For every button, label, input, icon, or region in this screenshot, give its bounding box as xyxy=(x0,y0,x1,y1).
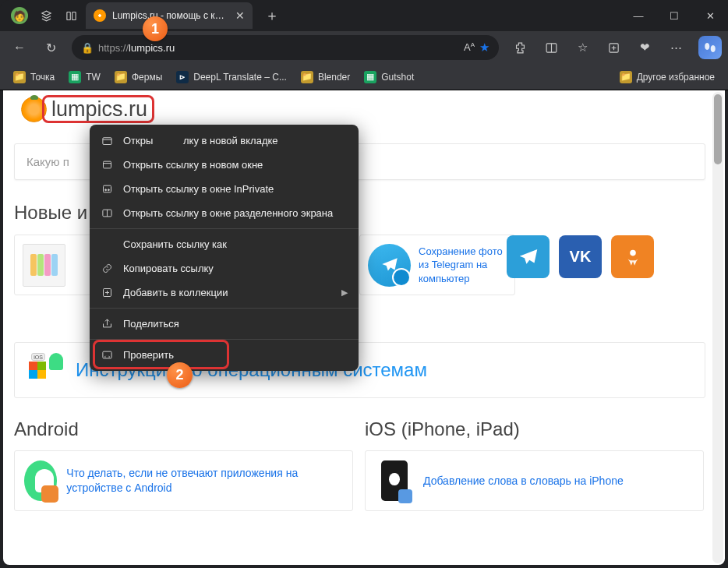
link-icon xyxy=(101,262,114,275)
ctx-open-split[interactable]: Открыть ссылку в окне разделенного экран… xyxy=(90,201,359,225)
address-bar[interactable]: 🔒 https://lumpics.ru AA ★ xyxy=(72,35,499,60)
bookmark-item[interactable]: 📁Фермы xyxy=(109,68,168,86)
extensions-icon[interactable] xyxy=(507,34,533,61)
article-link: Сохранение фото из Telegram на компьютер xyxy=(419,245,507,286)
back-button[interactable]: ← xyxy=(6,34,33,61)
search-placeholder: Какую п xyxy=(27,155,69,168)
window-icon xyxy=(101,158,114,171)
ctx-open-inprivate[interactable]: Открыть ссылку в окне InPrivate xyxy=(90,177,359,201)
annotation-badge-2: 2 xyxy=(167,362,193,388)
url-text: https://lumpics.ru xyxy=(98,42,459,54)
ctx-label: Копировать ссылку xyxy=(123,263,214,274)
bookmark-label: TW xyxy=(86,72,101,83)
ctx-label: Открыть ссылку в новом окне xyxy=(123,159,263,171)
ctx-label: Открыть ссылку в окне InPrivate xyxy=(123,183,274,195)
bookmark-label: Другое избранное xyxy=(637,72,715,83)
split-screen-icon[interactable] xyxy=(538,34,564,61)
annotation-highlight-2 xyxy=(93,340,229,369)
tab-actions-icon[interactable] xyxy=(64,9,78,23)
folder-icon: 📁 xyxy=(301,71,313,83)
tab-icon xyxy=(101,134,114,147)
blank-icon xyxy=(101,238,114,251)
ctx-label: Открыть ссылку в новой вкладке xyxy=(123,135,278,146)
performance-icon[interactable]: ❤ xyxy=(631,34,658,61)
folder-icon: 📁 xyxy=(13,71,26,83)
profile-avatar[interactable]: 🧑 xyxy=(11,7,28,24)
deepl-icon: ⊳ xyxy=(176,71,189,83)
social-telegram[interactable] xyxy=(507,235,550,278)
ctx-label: Сохранить ссылку как xyxy=(123,238,227,250)
favorites-icon[interactable]: ☆ xyxy=(569,34,595,61)
iphone-icon xyxy=(381,460,408,501)
sheet-icon: ▦ xyxy=(69,71,81,83)
bookmark-label: Gutshot xyxy=(381,72,414,83)
favorite-star-icon[interactable]: ★ xyxy=(479,41,489,55)
social-vk[interactable]: VK xyxy=(559,235,602,278)
ctx-open-new-tab[interactable]: Открыть ссылку в новой вкладке xyxy=(90,129,359,153)
svg-rect-10 xyxy=(104,161,111,168)
menu-button[interactable]: ⋯ xyxy=(663,34,689,61)
bookmark-item[interactable]: ⊳DeepL Translate – C... xyxy=(171,68,292,86)
bookmark-label: DeepL Translate – C... xyxy=(193,72,287,83)
bookmark-label: Точка xyxy=(30,72,55,83)
browser-tab[interactable]: Lumpics.ru - помощь с компьют ✕ xyxy=(86,2,253,29)
article-card[interactable]: Добавление слова в словарь на iPhone xyxy=(365,450,704,511)
svg-rect-1 xyxy=(72,12,75,19)
minimize-button[interactable]: ― xyxy=(620,0,656,31)
sheet-icon: ▦ xyxy=(364,71,376,83)
browser-toolbar: ← ↻ 🔒 https://lumpics.ru AA ★ ☆ ❤ ⋯ xyxy=(0,31,728,64)
copilot-button[interactable] xyxy=(698,36,722,59)
bookmark-label: Blender xyxy=(318,72,350,83)
article-card[interactable]: Сохранение фото из Telegram на компьютер xyxy=(359,235,515,295)
bookmark-item[interactable]: 📁Точка xyxy=(8,68,60,86)
telegram-icon xyxy=(368,244,411,287)
close-window-button[interactable]: ✕ xyxy=(692,0,728,31)
section-heading-new: Новые и xyxy=(14,202,87,224)
article-link: Добавление слова в словарь на iPhone xyxy=(423,474,624,489)
split-icon xyxy=(101,206,114,220)
maximize-button[interactable]: ☐ xyxy=(656,0,692,31)
annotation-highlight-1 xyxy=(42,95,154,123)
window-titlebar: 🧑 Lumpics.ru - помощь с компьют ✕ ＋ ― ☐ … xyxy=(0,0,728,31)
bookmark-item[interactable]: ▦TW xyxy=(63,68,106,86)
lock-icon: 🔒 xyxy=(81,42,94,54)
context-menu: Открыть ссылку в новой вкладке Открыть с… xyxy=(90,125,359,371)
bookmark-label: Фермы xyxy=(132,72,162,83)
reader-icon[interactable]: AA xyxy=(464,41,475,53)
ctx-share[interactable]: Поделиться xyxy=(90,312,359,336)
inprivate-icon xyxy=(101,182,114,196)
article-thumbnail xyxy=(23,244,65,287)
bookmarks-bar: 📁Точка ▦TW 📁Фермы ⊳DeepL Translate – C..… xyxy=(0,64,728,90)
folder-icon: 📁 xyxy=(115,71,127,83)
bookmark-item[interactable]: 📁Blender xyxy=(295,68,355,86)
svg-rect-0 xyxy=(66,12,69,19)
other-bookmarks[interactable]: 📁Другое избранное xyxy=(614,68,720,86)
svg-point-14 xyxy=(108,189,109,191)
close-tab-icon[interactable]: ✕ xyxy=(235,9,245,22)
menu-separator xyxy=(90,308,359,309)
ctx-open-new-window[interactable]: Открыть ссылку в новом окне xyxy=(90,153,359,177)
ctx-copy-link[interactable]: Копировать ссылку xyxy=(90,256,359,280)
svg-rect-12 xyxy=(104,185,111,192)
heading-ios: iOS (iPhone, iPad) xyxy=(365,418,520,440)
chevron-right-icon: ▶ xyxy=(341,288,348,298)
collections-icon xyxy=(101,286,114,299)
svg-point-7 xyxy=(630,249,636,256)
menu-separator xyxy=(90,228,359,229)
article-card[interactable]: Что делать, если не отвечают приложения … xyxy=(14,450,353,511)
article-link: Что делать, если не отвечают приложения … xyxy=(66,466,343,496)
collections-icon[interactable] xyxy=(600,34,627,61)
bookmark-item[interactable]: ▦Gutshot xyxy=(359,68,419,86)
svg-point-13 xyxy=(105,189,107,191)
ctx-label: Добавить в коллекции xyxy=(123,287,228,298)
workspaces-icon[interactable] xyxy=(39,9,53,23)
tab-favicon xyxy=(94,9,106,22)
ctx-label: Открыть ссылку в окне разделенного экран… xyxy=(123,207,333,219)
refresh-button[interactable]: ↻ xyxy=(37,34,64,61)
os-icons: iOS xyxy=(29,353,63,387)
folder-icon: 📁 xyxy=(620,71,632,83)
new-tab-button[interactable]: ＋ xyxy=(265,6,279,25)
ctx-add-collections[interactable]: Добавить в коллекции ▶ xyxy=(90,280,359,305)
ctx-save-as[interactable]: Сохранить ссылку как xyxy=(90,232,359,256)
social-ok[interactable] xyxy=(611,235,654,278)
